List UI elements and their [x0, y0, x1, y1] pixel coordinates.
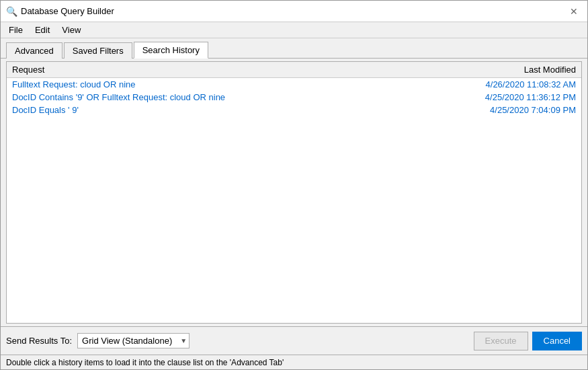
- menu-view[interactable]: View: [56, 24, 86, 36]
- menu-edit[interactable]: Edit: [30, 24, 55, 36]
- title-bar-right: ✕: [566, 3, 582, 20]
- send-results-label: Send Results To:: [6, 336, 72, 346]
- status-text: Double click a history items to load it …: [6, 358, 284, 367]
- title-bar: 🔍 Database Query Builder ✕: [1, 1, 587, 22]
- header-request: Request: [12, 65, 44, 75]
- status-bar: Double click a history items to load it …: [1, 355, 587, 369]
- footer: Send Results To: Grid View (Standalone)G…: [1, 326, 587, 355]
- header-date: Last Modified: [524, 65, 576, 75]
- table-row[interactable]: DocID Contains '9' OR Fulltext Request: …: [7, 91, 581, 104]
- tab-advanced[interactable]: Advanced: [6, 42, 62, 59]
- send-results-select-wrap: Grid View (Standalone)Grid View (Docked)…: [77, 333, 190, 348]
- menu-bar: File Edit View: [1, 22, 587, 38]
- footer-left: Send Results To: Grid View (Standalone)G…: [6, 333, 190, 348]
- send-results-select[interactable]: Grid View (Standalone)Grid View (Docked)…: [77, 333, 190, 348]
- tab-search-history[interactable]: Search History: [134, 42, 208, 59]
- footer-right: Execute Cancel: [474, 332, 582, 350]
- title-bar-left: 🔍 Database Query Builder: [6, 6, 114, 17]
- row-date: 4/25/2020 7:04:09 PM: [455, 105, 576, 115]
- table-body: Fulltext Request: cloud OR nine 4/26/202…: [7, 78, 581, 323]
- row-request: DocID Contains '9' OR Fulltext Request: …: [12, 92, 225, 102]
- table-row[interactable]: Fulltext Request: cloud OR nine 4/26/202…: [7, 78, 581, 91]
- window-title: Database Query Builder: [21, 6, 114, 16]
- table-row[interactable]: DocID Equals ' 9' 4/25/2020 7:04:09 PM: [7, 104, 581, 116]
- row-request: DocID Equals ' 9': [12, 105, 79, 115]
- tab-saved-filters[interactable]: Saved Filters: [64, 42, 132, 59]
- row-date: 4/25/2020 11:36:12 PM: [455, 92, 576, 102]
- execute-button[interactable]: Execute: [474, 332, 528, 350]
- menu-file[interactable]: File: [3, 24, 28, 36]
- row-request: Fulltext Request: cloud OR nine: [12, 79, 136, 89]
- app-icon: 🔍: [6, 6, 17, 17]
- close-button[interactable]: ✕: [566, 3, 582, 20]
- row-date: 4/26/2020 11:08:32 AM: [455, 79, 576, 89]
- cancel-button[interactable]: Cancel: [532, 332, 582, 350]
- main-window: 🔍 Database Query Builder ✕ File Edit Vie…: [0, 0, 588, 370]
- main-content: Request Last Modified Fulltext Request: …: [6, 61, 582, 324]
- table-header: Request Last Modified: [7, 62, 581, 78]
- tab-bar: Advanced Saved Filters Search History: [1, 38, 587, 59]
